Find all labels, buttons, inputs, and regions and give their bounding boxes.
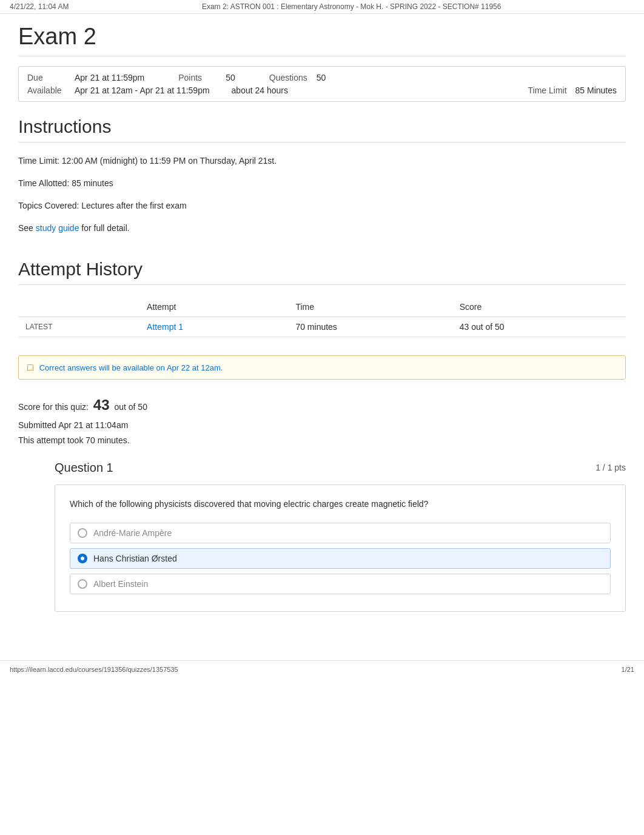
browser-title: Exam 2: ASTRON 001 : Elementary Astronom… (69, 2, 634, 11)
duration-value: about 24 hours (232, 86, 288, 95)
exam-meta-box: Due Apr 21 at 11:59pm Points 50 Question… (18, 66, 626, 102)
footer-url: https://ilearn.laccd.edu/courses/191356/… (10, 666, 178, 673)
score-number: 43 (93, 397, 110, 413)
instruction-allotted: Time Allotted: 85 minutes (18, 177, 626, 190)
info-box: □ Correct answers will be available on A… (18, 355, 626, 380)
available-label: Available (27, 86, 70, 95)
instruction-topics: Topics Covered: Lectures after the first… (18, 200, 626, 212)
latest-label: LATEST (18, 317, 139, 337)
due-label: Due (27, 73, 70, 82)
attempt-history-section: Attempt History Attempt Time Score LATES… (18, 259, 626, 337)
attempt-table-header-row: Attempt Time Score (18, 297, 626, 317)
meta-row-available: Available Apr 21 at 12am - Apr 21 at 11:… (27, 86, 617, 95)
answer-label-3: Albert Einstein (93, 579, 148, 589)
attempt-table: Attempt Time Score LATEST Attempt 1 70 m… (18, 297, 626, 337)
answer-option-1[interactable]: André-Marie Ampère (70, 523, 611, 543)
question-title: Question 1 (55, 461, 113, 475)
available-value: Apr 21 at 12am - Apr 21 at 11:59pm (75, 86, 210, 95)
table-row: LATEST Attempt 1 70 minutes 43 out of 50 (18, 317, 626, 337)
meta-row-due: Due Apr 21 at 11:59pm Points 50 Question… (27, 73, 617, 82)
time-limit-label: Time Limit (528, 86, 571, 95)
score-out-of: out of 50 (114, 402, 147, 412)
footer-bar: https://ilearn.laccd.edu/courses/191356/… (0, 660, 644, 678)
question-block: Question 1 1 / 1 pts Which of the follow… (55, 461, 626, 612)
footer-pagination: 1/21 (622, 666, 634, 673)
see-post: for full detail. (81, 223, 129, 233)
col-empty (18, 297, 139, 317)
instruction-see: See study guide for full detail. (18, 222, 626, 235)
study-guide-link[interactable]: study guide (36, 223, 79, 233)
due-value: Apr 21 at 11:59pm (75, 73, 144, 82)
see-pre: See (18, 223, 36, 233)
attempt-score: 43 out of 50 (452, 317, 626, 337)
questions-value: 50 (317, 73, 326, 82)
questions-label: Questions (269, 73, 312, 82)
instructions-title: Instructions (18, 116, 626, 143)
exam-title: Exam 2 (18, 14, 626, 56)
radio-circle-3 (78, 579, 87, 589)
points-label: Points (178, 73, 221, 82)
question-card: Which of the following physicists discov… (55, 485, 626, 612)
col-score: Score (452, 297, 626, 317)
info-icon: □ (27, 362, 33, 373)
question-points: 1 / 1 pts (595, 463, 626, 472)
col-attempt: Attempt (139, 297, 288, 317)
attempt-link[interactable]: Attempt 1 (147, 322, 183, 332)
score-line: Score for this quiz: 43 out of 50 (18, 392, 626, 418)
attempt-table-head: Attempt Time Score (18, 297, 626, 317)
attempt-link-cell: Attempt 1 (139, 317, 288, 337)
question-text: Which of the following physicists discov… (70, 497, 611, 511)
points-value: 50 (226, 73, 235, 82)
answer-label-2: Hans Christian Ørsted (93, 554, 177, 563)
radio-circle-1 (78, 528, 87, 538)
score-label: Score for this quiz: (18, 402, 89, 412)
main-content: Exam 2 Due Apr 21 at 11:59pm Points 50 Q… (0, 14, 644, 636)
answer-option-2[interactable]: Hans Christian Ørsted (70, 548, 611, 569)
question-header: Question 1 1 / 1 pts (55, 461, 626, 475)
instructions-section: Instructions Time Limit: 12:00 AM (midni… (18, 116, 626, 235)
attempt-history-title: Attempt History (18, 259, 626, 285)
col-time: Time (288, 297, 452, 317)
score-section: Score for this quiz: 43 out of 50 Submit… (18, 392, 626, 449)
instruction-time-limit: Time Limit: 12:00 AM (midnight) to 11:59… (18, 155, 626, 167)
attempt-table-body: LATEST Attempt 1 70 minutes 43 out of 50 (18, 317, 626, 337)
duration-line: This attempt took 70 minutes. (18, 433, 626, 448)
radio-circle-2 (78, 554, 87, 563)
answer-label-1: André-Marie Ampère (93, 528, 172, 538)
info-text: Correct answers will be available on Apr… (39, 363, 223, 372)
attempt-time: 70 minutes (288, 317, 452, 337)
time-limit-value: 85 Minutes (575, 86, 617, 95)
answer-option-3[interactable]: Albert Einstein (70, 574, 611, 594)
timestamp: 4/21/22, 11:04 AM (10, 2, 69, 11)
top-bar: 4/21/22, 11:04 AM Exam 2: ASTRON 001 : E… (0, 0, 644, 14)
submitted-line: Submitted Apr 21 at 11:04am (18, 418, 626, 433)
